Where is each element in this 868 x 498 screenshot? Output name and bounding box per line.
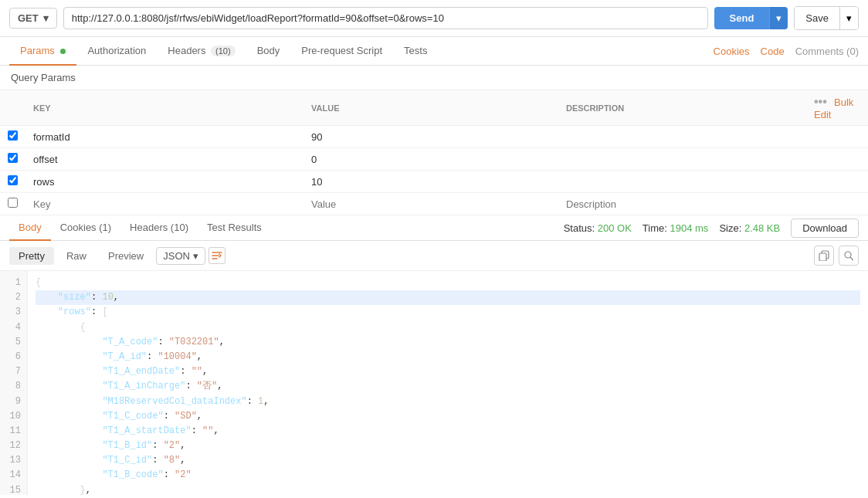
request-tab-bar: Params Authorization Headers (10) Body P… [0,37,868,66]
download-button[interactable]: Download [791,219,859,238]
param-key-input[interactable] [33,176,296,188]
line-number: 6 [6,350,21,364]
tab-params[interactable]: Params [9,37,76,66]
row-checkbox[interactable] [8,153,18,163]
headers-badge: (10) [211,46,236,56]
comments-link[interactable]: Comments (0) [795,46,859,57]
top-bar: GET ▾ Send ▾ Save ▾ [0,0,868,37]
search-icon[interactable] [839,246,859,266]
param-key-input[interactable] [33,131,296,143]
save-button[interactable]: Save [795,7,839,29]
tab-tests[interactable]: Tests [393,37,438,66]
line-number: 12 [6,439,21,453]
method-label: GET [18,12,39,24]
param-desc-input[interactable] [566,131,798,143]
url-input[interactable] [63,7,708,29]
code-editor[interactable]: 12345678910111213141516171819 { "size": … [0,271,868,495]
code-line: "T_A_code": "T032201", [36,335,860,350]
svg-point-2 [845,252,851,258]
size-label: Size: 2.48 KB [719,222,780,234]
line-numbers: 12345678910111213141516171819 [0,271,28,495]
line-number: 8 [6,379,21,394]
param-value-input[interactable] [311,131,551,143]
save-dropdown-button[interactable]: ▾ [839,7,858,29]
response-tab-test-results[interactable]: Test Results [198,215,271,241]
tab-headers[interactable]: Headers (10) [157,37,246,66]
query-params-section-title: Query Params [0,66,868,90]
code-line: "rows": [ [36,305,860,320]
col-header-key: KEY [25,90,303,126]
col-header-actions: ••• Bulk Edit [806,90,868,126]
status-value: 200 OK [598,222,632,234]
line-number: 3 [6,305,21,320]
method-chevron-icon: ▾ [43,12,49,24]
format-type-selector[interactable]: JSON ▾ [156,247,205,265]
format-wrap-icon[interactable] [209,247,225,264]
code-line: "T1_A_inCharge": "否", [36,379,860,394]
placeholder-checkbox[interactable] [8,198,18,208]
time-label: Time: 1904 ms [643,222,709,234]
send-button[interactable]: Send [714,7,770,29]
line-number: 5 [6,335,21,350]
line-number: 15 [6,483,21,495]
response-tab-headers[interactable]: Headers (10) [120,215,198,241]
code-content: { "size": 10, "rows": [ { "T_A_code": "T… [28,271,868,495]
save-chevron-icon: ▾ [846,12,852,24]
param-value-input[interactable] [311,176,551,188]
format-tab-preview[interactable]: Preview [99,247,153,265]
param-desc-input[interactable] [566,154,798,165]
params-table: KEY VALUE DESCRIPTION ••• Bulk Edit [0,90,868,215]
format-tab-pretty[interactable]: Pretty [9,247,54,265]
line-number: 4 [6,320,21,335]
tab-authorization[interactable]: Authorization [76,37,157,66]
col-header-desc: DESCRIPTION [558,90,806,126]
row-checkbox[interactable] [8,130,18,141]
table-row [0,148,868,171]
format-tab-raw[interactable]: Raw [57,247,96,265]
code-line: "T1_C_code": "SD", [36,409,860,424]
code-line: { [36,276,860,290]
placeholder-key-input[interactable] [33,198,296,210]
code-line: "T_A_id": "10004", [36,350,860,364]
format-type-label: JSON [163,250,190,262]
table-row [0,126,868,148]
code-line: "T1_A_endDate": "", [36,364,860,379]
tab-bar-right: Cookies Code Comments (0) [714,46,859,57]
placeholder-value-input[interactable] [311,198,551,210]
format-toolbar: Pretty Raw Preview JSON ▾ [0,241,868,271]
method-selector[interactable]: GET ▾ [9,8,57,29]
response-tab-cookies[interactable]: Cookies (1) [51,215,120,241]
line-number: 2 [6,290,21,305]
line-number: 1 [6,276,21,290]
param-value-input[interactable] [311,154,551,165]
format-toolbar-right [814,246,859,266]
param-desc-input[interactable] [566,176,798,188]
response-tab-body[interactable]: Body [9,215,51,241]
code-line: "T1_B_id": "2", [36,439,860,453]
send-chevron-icon: ▾ [776,12,782,24]
table-row-placeholder [0,193,868,215]
line-number: 13 [6,453,21,468]
line-number: 7 [6,364,21,379]
placeholder-desc-input[interactable] [566,198,798,210]
line-number: 11 [6,424,21,439]
col-header-value: VALUE [303,90,558,126]
more-icon[interactable]: ••• [814,95,827,108]
param-key-input[interactable] [33,154,296,165]
cookies-link[interactable]: Cookies [714,46,750,57]
send-dropdown-button[interactable]: ▾ [769,7,788,29]
line-number: 10 [6,409,21,424]
code-line: "size": 10, [36,290,860,305]
copy-icon[interactable] [814,246,834,266]
params-active-dot [60,49,66,54]
tab-body[interactable]: Body [246,37,291,66]
row-checkbox[interactable] [8,175,18,185]
format-type-chevron-icon: ▾ [193,250,198,262]
code-line: "M18ReservedCol_dataIndex": 1, [36,395,860,409]
code-line: "T1_C_id": "8", [36,453,860,468]
code-line: "T1_B_code": "2" [36,468,860,483]
code-link[interactable]: Code [761,46,785,57]
response-status-bar: Status: 200 OK Time: 1904 ms Size: 2.48 … [564,219,859,238]
tab-prerequest[interactable]: Pre-request Script [290,37,393,66]
status-label: Status: 200 OK [564,222,632,234]
